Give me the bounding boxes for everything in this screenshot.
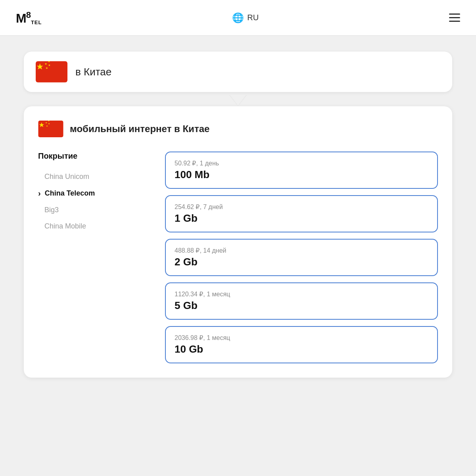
svg-rect-6 xyxy=(38,121,63,137)
china-mobile-label: China Mobile xyxy=(44,222,86,230)
country-selector-card[interactable]: в Китае xyxy=(24,52,452,92)
svg-rect-0 xyxy=(36,61,67,82)
plan-card-10gb[interactable]: 2036.98 ₽, 1 месяц 10 Gb xyxy=(165,326,438,363)
logo: M8TEL xyxy=(16,10,42,26)
plan-card-100mb[interactable]: 50.92 ₽, 1 день 100 Mb xyxy=(165,152,438,189)
plan-size-2gb: 2 Gb xyxy=(175,256,428,268)
plan-subtitle-10gb: 2036.98 ₽, 1 месяц xyxy=(175,334,428,342)
content-layout: Покрытие China Unicom › China Telecom Bi… xyxy=(38,152,438,363)
panel-header: мобильный интернет в Китае xyxy=(38,121,438,137)
coverage-item-big3[interactable]: Big3 xyxy=(38,202,149,218)
panel-flag xyxy=(38,121,63,137)
triangle-arrow xyxy=(229,95,247,106)
menu-line-1 xyxy=(449,13,460,15)
china-unicom-label: China Unicom xyxy=(44,173,89,180)
country-flag xyxy=(36,61,67,83)
logo-8: 8 xyxy=(26,10,31,20)
language-label: RU xyxy=(247,13,259,22)
logo-m: M xyxy=(16,11,26,25)
main-content: в Китае мобильный интернет в Китае xyxy=(0,36,476,393)
plan-card-1gb[interactable]: 254.62 ₽, 7 дней 1 Gb xyxy=(165,195,438,232)
plan-subtitle-2gb: 488.88 ₽, 14 дней xyxy=(175,247,428,254)
plan-size-5gb: 5 Gb xyxy=(175,299,428,312)
menu-line-2 xyxy=(449,17,460,18)
plan-size-1gb: 1 Gb xyxy=(175,212,428,225)
plan-subtitle-1gb: 254.62 ₽, 7 дней xyxy=(175,203,428,211)
app-header: M8TEL 🌐 RU xyxy=(0,0,476,36)
coverage-item-china-mobile[interactable]: China Mobile xyxy=(38,218,149,234)
coverage-item-china-unicom[interactable]: China Unicom xyxy=(38,169,149,185)
coverage-section: Покрытие China Unicom › China Telecom Bi… xyxy=(38,152,149,234)
globe-icon: 🌐 xyxy=(232,12,244,23)
connector xyxy=(24,92,452,106)
coverage-title: Покрытие xyxy=(38,152,149,161)
language-selector[interactable]: 🌐 RU xyxy=(232,12,259,23)
plan-subtitle-100mb: 50.92 ₽, 1 день xyxy=(175,159,428,167)
china-telecom-label: China Telecom xyxy=(45,189,95,198)
hamburger-menu[interactable] xyxy=(449,13,460,22)
logo-tel: TEL xyxy=(31,19,42,25)
chevron-icon: › xyxy=(38,189,41,198)
menu-line-3 xyxy=(449,21,460,22)
plan-size-100mb: 100 Mb xyxy=(175,169,428,181)
plan-card-5gb[interactable]: 1120.34 ₽, 1 месяц 5 Gb xyxy=(165,282,438,320)
plan-card-2gb[interactable]: 488.88 ₽, 14 дней 2 Gb xyxy=(165,239,438,276)
big3-label: Big3 xyxy=(44,206,59,214)
coverage-item-china-telecom[interactable]: › China Telecom xyxy=(38,185,149,202)
plan-subtitle-5gb: 1120.34 ₽, 1 месяц xyxy=(175,290,428,298)
country-name-label: в Китае xyxy=(75,66,111,78)
panel-title: мобильный интернет в Китае xyxy=(70,123,209,134)
plan-size-10gb: 10 Gb xyxy=(175,343,428,355)
plans-section: 50.92 ₽, 1 день 100 Mb 254.62 ₽, 7 дней … xyxy=(165,152,438,363)
main-panel: мобильный интернет в Китае Покрытие Chin… xyxy=(24,106,452,378)
